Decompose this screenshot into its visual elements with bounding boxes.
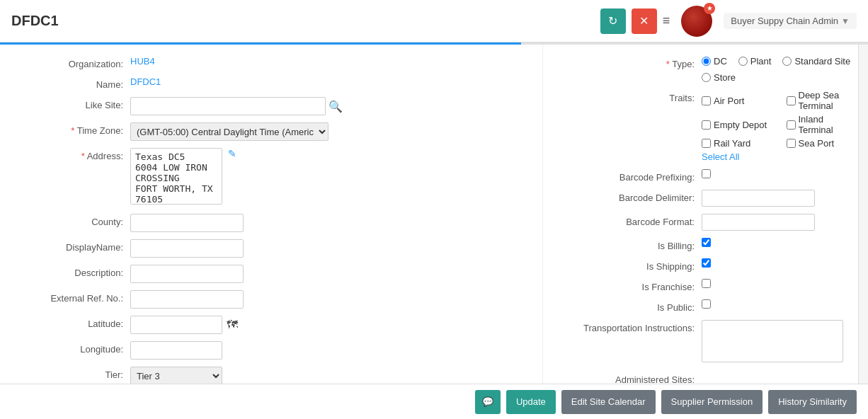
organization-value: HUB4 bbox=[130, 56, 343, 67]
description-label: Description: bbox=[17, 265, 130, 278]
external-ref-input[interactable]: DFDC1 bbox=[130, 290, 244, 309]
app-header: DFDC1 ↻ ✕ ≡ ★ Buyer Suppy Chain Admin ▼ bbox=[0, 0, 868, 42]
description-input[interactable]: DFDC1 bbox=[130, 265, 244, 283]
type-store[interactable]: Store bbox=[702, 72, 736, 83]
description-value: DFDC1 bbox=[130, 265, 343, 283]
is-franchise-label: Is Franchise: bbox=[560, 279, 702, 292]
chat-button[interactable]: 💬 bbox=[475, 390, 501, 414]
menu-button[interactable]: ≡ bbox=[663, 13, 670, 28]
user-info[interactable]: Buyer Suppy Chain Admin ▼ bbox=[724, 13, 857, 29]
close-icon: ✕ bbox=[639, 14, 649, 28]
type-store-label: Store bbox=[714, 72, 736, 83]
type-label: Type: bbox=[560, 56, 702, 69]
type-store-radio[interactable] bbox=[702, 73, 711, 82]
type-row: Type: DC Plant Standard Site bbox=[560, 56, 854, 83]
address-textarea[interactable]: Texas DC5 6004 LOW IRON CROSSING FORT WO… bbox=[130, 148, 222, 205]
barcode-prefixing-row: Barcode Prefixing: bbox=[560, 169, 854, 183]
is-shipping-checkbox[interactable] bbox=[702, 258, 711, 268]
type-dc[interactable]: DC bbox=[702, 56, 727, 67]
barcode-prefixing-checkbox[interactable] bbox=[702, 169, 711, 178]
type-standard-label: Standard Site bbox=[794, 56, 850, 67]
edit-site-calendar-button[interactable]: Edit Site Calendar bbox=[561, 390, 656, 414]
supplier-permission-button[interactable]: Supplier Permission bbox=[661, 390, 763, 414]
barcode-format-input[interactable] bbox=[702, 214, 815, 231]
is-shipping-label: Is Shipping: bbox=[560, 258, 702, 272]
is-franchise-row: Is Franchise: bbox=[560, 279, 854, 292]
displayname-input[interactable] bbox=[130, 239, 244, 258]
transport-instructions-textarea[interactable] bbox=[702, 320, 843, 362]
organization-link[interactable]: HUB4 bbox=[130, 56, 155, 67]
trait-air-port-checkbox[interactable] bbox=[702, 96, 711, 105]
barcode-format-row: Barcode Format: bbox=[560, 214, 854, 231]
select-all-link[interactable]: Select All bbox=[702, 151, 854, 162]
trait-empty-depot-label: Empty Depot bbox=[714, 120, 767, 130]
latitude-row: Latitude: 🗺 bbox=[17, 316, 521, 334]
like-site-input[interactable] bbox=[130, 97, 326, 115]
trait-sea-port[interactable]: Sea Port bbox=[787, 138, 855, 149]
tier-value: Tier 1 Tier 2 Tier 3 Tier 4 bbox=[130, 367, 343, 385]
latitude-input[interactable] bbox=[130, 316, 222, 334]
name-link[interactable]: DFDC1 bbox=[130, 76, 161, 87]
barcode-delimiter-row: Barcode Delimiter: X bbox=[560, 190, 854, 207]
update-button[interactable]: Update bbox=[506, 390, 556, 414]
like-site-search-button[interactable]: 🔍 bbox=[329, 100, 343, 113]
trait-deep-sea-terminal[interactable]: Deep Sea Terminal bbox=[787, 90, 855, 111]
avatar-wrapper: ★ bbox=[681, 6, 712, 37]
type-dc-label: DC bbox=[714, 56, 727, 67]
tier-label: Tier: bbox=[17, 367, 130, 380]
displayname-label: DisplayName: bbox=[17, 239, 130, 253]
organization-label: Organization: bbox=[17, 56, 130, 69]
trait-rail-checkbox[interactable] bbox=[702, 139, 711, 148]
longitude-input[interactable]: -97.41426 bbox=[130, 341, 222, 360]
type-plant[interactable]: Plant bbox=[738, 56, 772, 67]
trait-rail-yard[interactable]: Rail Yard bbox=[702, 138, 770, 149]
trait-sea-port-checkbox[interactable] bbox=[787, 139, 796, 148]
close-button[interactable]: ✕ bbox=[632, 8, 657, 34]
vertical-scrollbar[interactable] bbox=[858, 45, 868, 419]
transport-instructions-value bbox=[702, 320, 854, 365]
refresh-icon: ↻ bbox=[608, 14, 617, 28]
is-public-value bbox=[702, 299, 854, 311]
header-actions: ↻ ✕ ≡ ★ Buyer Suppy Chain Admin ▼ bbox=[600, 6, 857, 37]
chat-icon: 💬 bbox=[482, 396, 493, 407]
address-edit-button[interactable]: ✎ bbox=[228, 148, 236, 159]
trait-empty-depot[interactable]: Empty Depot bbox=[702, 114, 770, 135]
is-billing-checkbox[interactable] bbox=[702, 238, 711, 247]
history-similarity-button[interactable]: History Similarity bbox=[768, 390, 857, 414]
trait-deep-sea-checkbox[interactable] bbox=[787, 96, 796, 105]
traits-row: Traits: Air Port Deep Sea Terminal Empty… bbox=[560, 90, 854, 162]
is-public-checkbox[interactable] bbox=[702, 299, 711, 309]
type-radio-group: DC Plant Standard Site Store bbox=[702, 56, 854, 83]
tier-row: Tier: Tier 1 Tier 2 Tier 3 Tier 4 bbox=[17, 367, 521, 385]
trait-sea-port-label: Sea Port bbox=[799, 138, 835, 149]
traits-grid: Air Port Deep Sea Terminal Empty Depot I… bbox=[702, 90, 854, 149]
trait-air-port-label: Air Port bbox=[714, 96, 744, 106]
transport-instructions-row: Transportation Instructions: bbox=[560, 320, 854, 365]
trait-inland-terminal[interactable]: Inland Terminal bbox=[787, 114, 855, 135]
is-billing-label: Is Billing: bbox=[560, 238, 702, 251]
type-plant-radio[interactable] bbox=[738, 57, 748, 66]
external-ref-label: External Ref. No.: bbox=[17, 290, 130, 304]
refresh-button[interactable]: ↻ bbox=[600, 8, 626, 34]
trait-inland-checkbox[interactable] bbox=[787, 120, 796, 130]
timezone-select[interactable]: (GMT-05:00) Central Daylight Time (Ameri… bbox=[130, 122, 329, 141]
barcode-format-label: Barcode Format: bbox=[560, 214, 702, 227]
address-box: Texas DC5 6004 LOW IRON CROSSING FORT WO… bbox=[130, 148, 343, 207]
trait-empty-depot-checkbox[interactable] bbox=[702, 120, 711, 130]
type-dc-radio[interactable] bbox=[702, 57, 711, 66]
menu-icon: ≡ bbox=[663, 13, 670, 28]
displayname-value bbox=[130, 239, 343, 258]
barcode-prefixing-label: Barcode Prefixing: bbox=[560, 169, 702, 183]
displayname-row: DisplayName: bbox=[17, 239, 521, 258]
external-ref-row: External Ref. No.: DFDC1 bbox=[17, 290, 521, 309]
organization-row: Organization: HUB4 bbox=[17, 56, 521, 69]
latitude-value: 🗺 bbox=[130, 316, 343, 334]
type-standard-site[interactable]: Standard Site bbox=[782, 56, 850, 67]
county-label: County: bbox=[17, 214, 130, 227]
trait-air-port[interactable]: Air Port bbox=[702, 90, 770, 111]
is-franchise-checkbox[interactable] bbox=[702, 279, 711, 288]
county-input[interactable] bbox=[130, 214, 244, 232]
tier-select[interactable]: Tier 1 Tier 2 Tier 3 Tier 4 bbox=[130, 367, 222, 385]
type-standard-radio[interactable] bbox=[782, 57, 792, 66]
barcode-delimiter-input[interactable]: X bbox=[702, 190, 815, 207]
